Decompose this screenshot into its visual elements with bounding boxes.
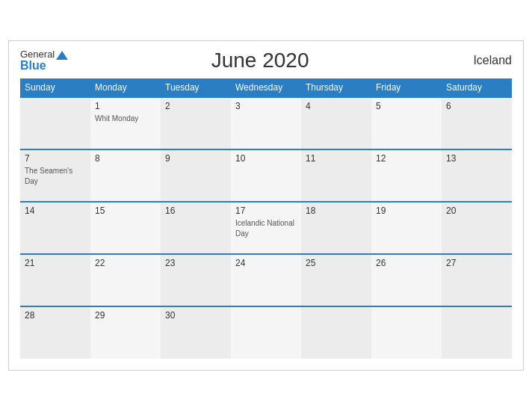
calendar-cell: 5 <box>371 97 442 149</box>
day-number: 10 <box>235 153 297 164</box>
calendar-cell <box>301 306 371 359</box>
day-number: 14 <box>25 206 86 216</box>
calendar-cell: 11 <box>301 149 371 202</box>
day-number: 25 <box>306 258 367 268</box>
calendar-cell: 23 <box>161 254 231 306</box>
calendar-title: June 2020 <box>68 49 452 72</box>
day-number: 26 <box>376 258 437 268</box>
calendar-cell: 4 <box>301 97 371 149</box>
day-number: 29 <box>95 310 156 321</box>
day-number: 19 <box>376 206 437 216</box>
header-sunday: Sunday <box>20 78 90 97</box>
week-row-5: 282930 <box>20 306 512 359</box>
week-row-3: 14151617Icelandic National Day181920 <box>20 202 512 254</box>
day-number: 16 <box>165 206 226 216</box>
calendar-cell: 1Whit Monday <box>90 97 161 149</box>
calendar-cell: 22 <box>90 254 161 306</box>
calendar-thead: Sunday Monday Tuesday Wednesday Thursday… <box>20 78 512 97</box>
calendar-cell: 20 <box>442 202 512 254</box>
calendar-cell: 28 <box>20 306 90 359</box>
day-number: 23 <box>165 258 226 268</box>
weekday-header-row: Sunday Monday Tuesday Wednesday Thursday… <box>20 78 512 97</box>
logo-blue-text: Blue <box>20 60 68 72</box>
week-row-1: 1Whit Monday23456 <box>20 97 512 149</box>
calendar-cell: 30 <box>161 306 231 359</box>
calendar-container: General Blue June 2020 Iceland Sunday Mo… <box>8 40 524 371</box>
calendar-cell <box>442 306 512 359</box>
day-number: 30 <box>165 310 226 321</box>
logo-general-text: General <box>20 49 68 60</box>
calendar-cell: 6 <box>442 97 512 149</box>
calendar-cell: 2 <box>161 97 231 149</box>
calendar-cell: 21 <box>20 254 90 306</box>
day-number: 24 <box>235 258 297 268</box>
calendar-cell <box>231 306 301 359</box>
day-number: 21 <box>25 258 86 268</box>
day-number: 2 <box>165 101 226 111</box>
calendar-cell: 26 <box>371 254 442 306</box>
day-number: 12 <box>376 153 437 164</box>
calendar-cell: 24 <box>231 254 301 306</box>
calendar-cell: 16 <box>161 202 231 254</box>
calendar-table: Sunday Monday Tuesday Wednesday Thursday… <box>20 78 512 359</box>
day-event: Icelandic National Day <box>235 219 294 238</box>
header-thursday: Thursday <box>301 78 371 97</box>
day-number: 4 <box>306 101 367 111</box>
calendar-cell: 10 <box>231 149 301 202</box>
calendar-cell: 27 <box>442 254 512 306</box>
day-number: 18 <box>306 206 367 216</box>
day-number: 22 <box>95 258 156 268</box>
calendar-cell <box>20 97 90 149</box>
calendar-header: General Blue June 2020 Iceland <box>20 49 512 72</box>
calendar-cell: 14 <box>20 202 90 254</box>
calendar-body: 1Whit Monday234567The Seamen's Day891011… <box>20 97 512 359</box>
day-number: 17 <box>235 206 297 216</box>
day-number: 13 <box>446 153 507 164</box>
header-monday: Monday <box>90 78 161 97</box>
calendar-cell: 7The Seamen's Day <box>20 149 90 202</box>
day-number: 20 <box>446 206 507 216</box>
day-number: 3 <box>235 101 297 111</box>
calendar-cell: 15 <box>90 202 161 254</box>
day-number: 28 <box>25 310 86 321</box>
calendar-cell: 19 <box>371 202 442 254</box>
day-number: 6 <box>446 101 507 111</box>
calendar-cell: 8 <box>90 149 161 202</box>
calendar-cell: 12 <box>371 149 442 202</box>
day-number: 11 <box>306 153 367 164</box>
calendar-cell: 17Icelandic National Day <box>231 202 301 254</box>
logo: General Blue <box>20 49 68 72</box>
calendar-cell: 29 <box>90 306 161 359</box>
calendar-cell: 25 <box>301 254 371 306</box>
day-number: 15 <box>95 206 156 216</box>
calendar-cell: 18 <box>301 202 371 254</box>
day-number: 5 <box>376 101 437 111</box>
calendar-cell: 3 <box>231 97 301 149</box>
day-event: The Seamen's Day <box>25 167 72 185</box>
header-saturday: Saturday <box>442 78 512 97</box>
header-friday: Friday <box>371 78 442 97</box>
calendar-country: Iceland <box>452 54 512 67</box>
day-event: Whit Monday <box>95 114 138 123</box>
day-number: 1 <box>95 101 156 111</box>
calendar-cell: 13 <box>442 149 512 202</box>
day-number: 8 <box>95 153 156 164</box>
day-number: 7 <box>25 153 86 164</box>
calendar-cell: 9 <box>161 149 231 202</box>
calendar-cell <box>371 306 442 359</box>
day-number: 9 <box>165 153 226 164</box>
day-number: 27 <box>446 258 507 268</box>
header-tuesday: Tuesday <box>161 78 231 97</box>
header-wednesday: Wednesday <box>231 78 301 97</box>
week-row-4: 21222324252627 <box>20 254 512 306</box>
week-row-2: 7The Seamen's Day8910111213 <box>20 149 512 202</box>
